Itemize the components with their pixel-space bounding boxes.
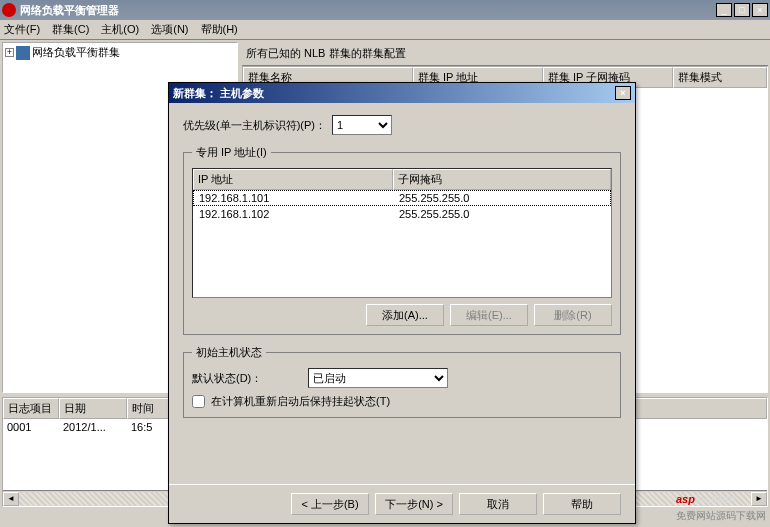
cancel-button[interactable]: 取消	[459, 493, 537, 515]
expand-icon[interactable]: +	[5, 48, 14, 57]
cluster-icon	[16, 46, 30, 60]
col-log-item[interactable]: 日志项目	[3, 398, 59, 419]
wm-a: asp	[676, 493, 695, 505]
edit-button[interactable]: 编辑(E)...	[450, 304, 528, 326]
add-button[interactable]: 添加(A)...	[366, 304, 444, 326]
state-select[interactable]: 已启动	[308, 368, 448, 388]
mask-cell: 255.255.255.0	[393, 207, 475, 221]
dialog-close-button[interactable]: ×	[615, 86, 631, 100]
menubar: 文件(F) 群集(C) 主机(O) 选项(N) 帮助(H)	[0, 20, 770, 40]
wm-sub: 免费网站源码下载网	[676, 509, 766, 523]
app-title: 网络负载平衡管理器	[20, 3, 716, 18]
menu-options[interactable]: 选项(N)	[151, 22, 188, 37]
wm-b: ku	[695, 493, 708, 505]
col-mask[interactable]: 子网掩码	[393, 169, 611, 190]
log-item-val: 0001	[3, 421, 59, 433]
dialog-title: 新群集： 主机参数	[173, 86, 615, 101]
new-cluster-dialog: 新群集： 主机参数 × 优先级(单一主机标识符)(P)： 1 专用 IP 地址(…	[168, 82, 636, 524]
tree-root[interactable]: + 网络负载平衡群集	[5, 45, 235, 60]
wm-dot: .com	[708, 492, 736, 506]
col-cluster-mode[interactable]: 群集模式	[673, 67, 767, 88]
help-button[interactable]: 帮助	[543, 493, 621, 515]
menu-help[interactable]: 帮助(H)	[201, 22, 238, 37]
delete-button[interactable]: 删除(R)	[534, 304, 612, 326]
prev-button[interactable]: < 上一步(B)	[291, 493, 369, 515]
main-titlebar: 网络负载平衡管理器 _ □ ×	[0, 0, 770, 20]
minimize-button[interactable]: _	[716, 3, 732, 17]
col-log-date[interactable]: 日期	[59, 398, 127, 419]
ip-cell: 192.168.1.101	[193, 191, 393, 205]
watermark: aspku.com 免费网站源码下载网	[676, 483, 766, 523]
next-button[interactable]: 下一步(N) >	[375, 493, 453, 515]
ip-list[interactable]: IP 地址 子网掩码 192.168.1.101 255.255.255.0 1…	[192, 168, 612, 298]
menu-file[interactable]: 文件(F)	[4, 22, 40, 37]
dialog-titlebar: 新群集： 主机参数 ×	[169, 83, 635, 103]
keep-suspended-input[interactable]	[192, 395, 205, 408]
dialog-nav: < 上一步(B) 下一步(N) > 取消 帮助	[169, 484, 635, 523]
ip-cell: 192.168.1.102	[193, 207, 393, 221]
close-button[interactable]: ×	[752, 3, 768, 17]
state-group-label: 初始主机状态	[192, 345, 266, 360]
state-group: 初始主机状态 默认状态(D)： 已启动 在计算机重新启动后保持挂起状态(T)	[183, 345, 621, 418]
ip-row[interactable]: 192.168.1.102 255.255.255.0	[193, 206, 611, 222]
priority-select[interactable]: 1	[332, 115, 392, 135]
log-time-val: 16:5	[127, 421, 156, 433]
maximize-button[interactable]: □	[734, 3, 750, 17]
menu-host[interactable]: 主机(O)	[101, 22, 139, 37]
ip-group-label: 专用 IP 地址(I)	[192, 145, 271, 160]
right-header: 所有已知的 NLB 群集的群集配置	[242, 42, 768, 66]
priority-label: 优先级(单一主机标识符)(P)：	[183, 118, 326, 133]
app-icon	[2, 3, 16, 17]
log-date-val: 2012/1...	[59, 421, 127, 433]
keep-suspended-checkbox[interactable]: 在计算机重新启动后保持挂起状态(T)	[192, 394, 612, 409]
tree-root-label: 网络负载平衡群集	[32, 45, 120, 60]
menu-cluster[interactable]: 群集(C)	[52, 22, 89, 37]
scroll-left-icon[interactable]: ◄	[3, 492, 19, 506]
ip-row[interactable]: 192.168.1.101 255.255.255.0	[193, 190, 611, 206]
state-label: 默认状态(D)：	[192, 371, 302, 386]
col-ip[interactable]: IP 地址	[193, 169, 393, 190]
keep-suspended-label: 在计算机重新启动后保持挂起状态(T)	[211, 394, 390, 409]
mask-cell: 255.255.255.0	[393, 191, 475, 205]
ip-group: 专用 IP 地址(I) IP 地址 子网掩码 192.168.1.101 255…	[183, 145, 621, 335]
